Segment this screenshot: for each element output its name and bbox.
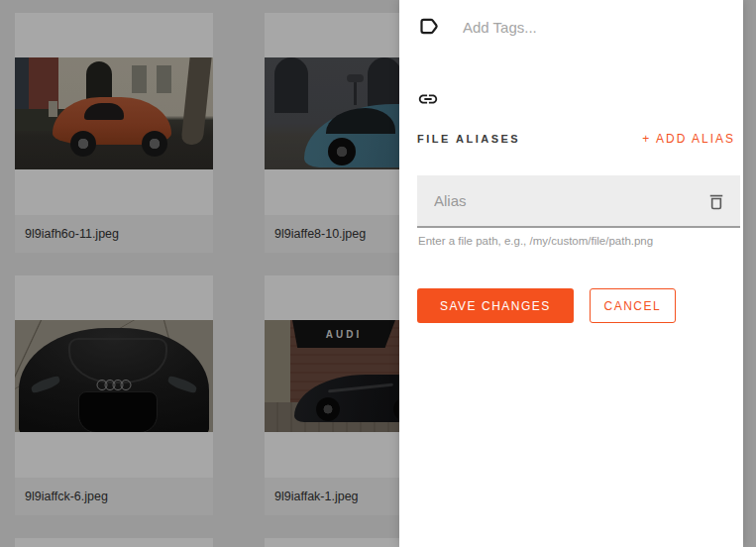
edit-file-panel: FILE ALIASES + ADD ALIAS Enter a file pa… (399, 0, 743, 547)
alias-field (417, 175, 740, 228)
alias-helper-text: Enter a file path, e.g., /my/custom/file… (418, 235, 653, 247)
file-aliases-heading: FILE ALIASES (417, 133, 520, 145)
file-aliases-header: FILE ALIASES + ADD ALIAS (417, 132, 735, 146)
alias-input[interactable] (417, 175, 706, 226)
add-alias-button[interactable]: + ADD ALIAS (642, 132, 735, 146)
save-changes-button[interactable]: SAVE CHANGES (417, 288, 574, 323)
link-row (417, 88, 439, 114)
link-icon[interactable] (417, 88, 439, 114)
delete-alias-button[interactable] (706, 191, 726, 211)
tag-icon (417, 15, 441, 39)
cancel-button[interactable]: CANCEL (590, 288, 676, 323)
tags-row (417, 15, 733, 39)
trash-icon (706, 191, 726, 211)
add-tags-input[interactable] (463, 19, 733, 36)
panel-actions: SAVE CHANGES CANCEL (417, 288, 676, 323)
